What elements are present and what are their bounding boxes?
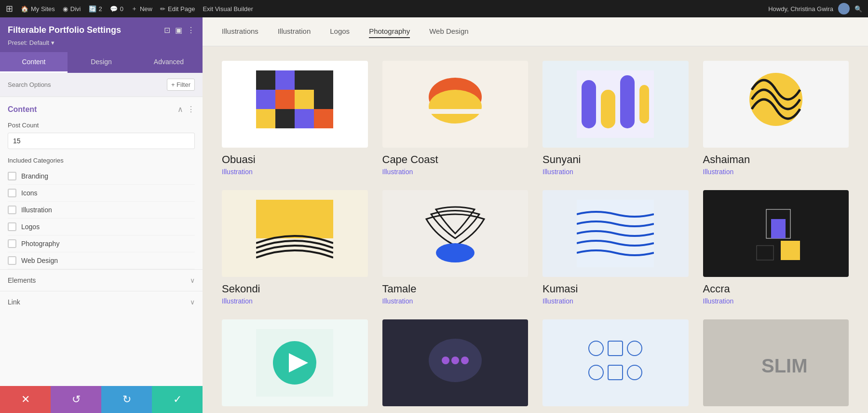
portfolio-thumb-chat — [382, 319, 529, 406]
svg-rect-25 — [256, 200, 333, 238]
portfolio-title: Accra — [703, 283, 849, 295]
svg-rect-12 — [314, 109, 333, 128]
filter-tab-web-design[interactable]: Web Design — [429, 25, 468, 38]
category-list: BrandingIconsIllustrationLogosPhotograph… — [0, 168, 203, 269]
link-section: Link ∨ — [0, 291, 203, 313]
svg-rect-32 — [781, 241, 800, 260]
wordpress-icon[interactable]: ⊞ — [6, 3, 13, 14]
portfolio-title: Ashaiman — [703, 153, 849, 166]
category-item-illustration[interactable]: Illustration — [8, 202, 195, 219]
portfolio-category: Illustration — [703, 297, 849, 305]
undo-button[interactable]: ↺ — [51, 386, 101, 413]
filter-tab-logos[interactable]: Logos — [330, 25, 350, 38]
portfolio-item-10[interactable] — [542, 319, 689, 412]
category-checkbox-icons[interactable] — [8, 189, 16, 197]
svg-rect-3 — [295, 70, 314, 90]
updates-menu[interactable]: 🔄 2 — [89, 5, 102, 13]
preset-label[interactable]: Preset: Default — [8, 39, 49, 46]
svg-rect-6 — [275, 90, 295, 109]
cancel-button[interactable]: ✕ — [0, 386, 51, 413]
filter-button[interactable]: + Filter — [167, 79, 195, 91]
svg-rect-5 — [256, 90, 275, 109]
tab-advanced[interactable]: Advanced — [135, 52, 203, 73]
portfolio-category: Illustration — [222, 168, 368, 176]
category-checkbox-branding[interactable] — [8, 172, 16, 180]
portfolio-item-9[interactable] — [382, 319, 529, 412]
category-item-photography[interactable]: Photography — [8, 235, 195, 252]
filter-tab-photography[interactable]: Photography — [369, 25, 410, 38]
elements-chevron: ∨ — [190, 276, 195, 284]
portfolio-title: Sekondi — [222, 283, 368, 295]
category-name-web design: Web Design — [21, 257, 58, 264]
category-checkbox-photography[interactable] — [8, 239, 16, 248]
layout-icon[interactable]: ▣ — [175, 26, 182, 35]
svg-rect-11 — [295, 109, 314, 128]
category-checkbox-logos[interactable] — [8, 222, 16, 231]
post-count-label: Post Count — [8, 122, 195, 129]
portfolio-thumb-kumasi — [542, 190, 689, 277]
sidebar-title: Filterable Portfolio Settings — [8, 25, 121, 35]
comments-menu[interactable]: 💬 0 — [110, 5, 123, 13]
filter-tab-illustration[interactable]: Illustration — [278, 25, 311, 38]
more-icon[interactable]: ⋮ — [187, 26, 195, 35]
filter-tab-illustrations[interactable]: Illustrations — [222, 25, 258, 38]
edit-page-link[interactable]: ✏ Edit Page — [160, 5, 195, 13]
search-icon[interactable]: 🔍 — [854, 5, 862, 13]
home-icon: 🏠 — [21, 5, 28, 13]
sidebar-header: Filterable Portfolio Settings ⊡ ▣ ⋮ Pres… — [0, 17, 203, 52]
portfolio-item-sekondi[interactable]: SekondiIllustration — [222, 190, 368, 305]
section-more-icon[interactable]: ⋮ — [187, 105, 195, 114]
portfolio-item-tamale[interactable]: TamaleIllustration — [382, 190, 529, 305]
category-item-icons[interactable]: Icons — [8, 185, 195, 202]
redo-button[interactable]: ↻ — [101, 386, 152, 413]
post-count-group: Post Count — [0, 118, 203, 157]
elements-section-header[interactable]: Elements ∨ — [0, 270, 203, 291]
category-name-logos: Logos — [21, 223, 40, 231]
portfolio-item-accra[interactable]: AccraIllustration — [703, 190, 849, 305]
category-item-branding[interactable]: Branding — [8, 168, 195, 185]
portfolio-thumb-play — [222, 319, 368, 406]
confirm-button[interactable]: ✓ — [152, 386, 203, 413]
link-section-header[interactable]: Link ∨ — [0, 291, 203, 313]
search-input[interactable] — [8, 81, 163, 88]
tab-design[interactable]: Design — [68, 52, 135, 73]
link-title: Link — [8, 298, 20, 306]
preset-row: Preset: Default ▾ — [8, 39, 195, 46]
portfolio-category: Illustration — [542, 297, 689, 305]
edit-icon: ✏ — [160, 5, 165, 13]
portfolio-item-sunyani[interactable]: SunyaniIllustration — [542, 61, 689, 176]
divi-icon: ◉ — [63, 5, 68, 13]
category-item-logos[interactable]: Logos — [8, 219, 195, 235]
tab-content[interactable]: Content — [0, 52, 68, 73]
divi-menu[interactable]: ◉ Divi — [63, 5, 81, 13]
category-checkbox-illustration[interactable] — [8, 206, 16, 214]
content-section-title: Content — [8, 105, 37, 114]
portfolio-title: Sunyani — [542, 153, 689, 166]
bottom-toolbar: ✕ ↺ ↻ ✓ — [0, 386, 203, 413]
portfolio-category: Illustration — [382, 168, 529, 176]
new-menu[interactable]: ＋ New — [131, 4, 152, 13]
sidebar-title-icons: ⊡ ▣ ⋮ — [164, 26, 195, 35]
my-sites-menu[interactable]: 🏠 My Sites — [21, 5, 55, 13]
exit-builder-button[interactable]: Exit Visual Builder — [203, 5, 253, 13]
portfolio-item-obuasi[interactable]: ObuasiIllustration — [222, 61, 368, 176]
svg-rect-20 — [620, 75, 635, 128]
portfolio-item-kumasi[interactable]: KumasiIllustration — [542, 190, 689, 305]
portfolio-thumb-slim: SLIM — [703, 319, 849, 406]
expand-icon[interactable]: ⊡ — [164, 26, 170, 35]
sidebar-body: + Filter Content ∧ ⋮ Post Count Included… — [0, 73, 203, 413]
category-checkbox-web design[interactable] — [8, 256, 16, 265]
sidebar-tabs: Content Design Advanced — [0, 52, 203, 73]
svg-rect-1 — [256, 70, 275, 90]
post-count-input[interactable] — [8, 133, 195, 149]
portfolio-item-ashaiman[interactable]: AshaimanIllustration — [703, 61, 849, 176]
portfolio-grid: ObuasiIllustration Cape CoastIllustratio… — [222, 61, 849, 412]
portfolio-category: Illustration — [382, 297, 529, 305]
portfolio-item-8[interactable] — [222, 319, 368, 412]
portfolio-item-cape-coast[interactable]: Cape CoastIllustration — [382, 61, 529, 176]
category-item-web design[interactable]: Web Design — [8, 252, 195, 269]
category-name-icons: Icons — [21, 189, 37, 197]
comments-icon: 💬 — [110, 5, 118, 13]
collapse-icon[interactable]: ∧ — [177, 105, 183, 114]
portfolio-item-11[interactable]: SLIM — [703, 319, 849, 412]
